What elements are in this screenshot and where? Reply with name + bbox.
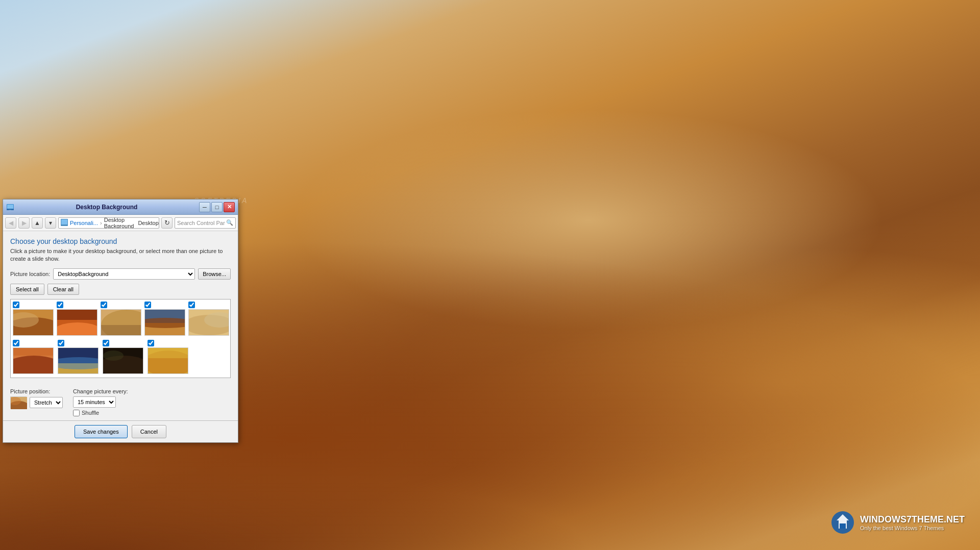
back-button[interactable]: ◀ bbox=[5, 217, 16, 229]
select-all-button[interactable]: Select all bbox=[10, 284, 44, 295]
refresh-button[interactable]: ↻ bbox=[161, 217, 173, 229]
title-bar: Desktop Background ─ □ ✕ bbox=[3, 199, 238, 215]
image-checkbox-6[interactable] bbox=[13, 340, 19, 346]
image-thumb-9[interactable] bbox=[148, 347, 188, 374]
svg-rect-3 bbox=[7, 205, 13, 209]
shuffle-label: Shuffle bbox=[82, 410, 99, 416]
image-checkbox-2[interactable] bbox=[57, 302, 63, 308]
breadcrumb-dropdown[interactable]: Desktop Background bbox=[136, 219, 159, 227]
image-checkbox-7[interactable] bbox=[58, 340, 64, 346]
save-changes-button[interactable]: Save changes bbox=[75, 425, 128, 438]
shuffle-row: Shuffle bbox=[73, 410, 128, 416]
image-thumb-4[interactable] bbox=[144, 309, 185, 336]
search-box: Search Control Panel 🔍 bbox=[175, 217, 236, 229]
close-button[interactable]: ✕ bbox=[224, 202, 235, 212]
desktop-background-dialog: Desktop Background ─ □ ✕ ◀ ▶ ▲ ▾ Persona… bbox=[3, 199, 238, 443]
image-cell-9 bbox=[148, 340, 189, 374]
svg-rect-7 bbox=[61, 219, 67, 224]
up-button[interactable]: ▲ bbox=[32, 217, 43, 229]
image-thumb-3[interactable] bbox=[101, 309, 141, 336]
select-clear-row: Select all Clear all bbox=[10, 284, 231, 295]
clear-all-button[interactable]: Clear all bbox=[47, 284, 79, 295]
minimize-button[interactable]: ─ bbox=[199, 202, 210, 212]
dialog-heading: Choose your desktop background bbox=[10, 237, 231, 245]
dialog-title: Desktop Background bbox=[17, 204, 196, 211]
bottom-controls: Picture position: Stretch Fill Fit Tile … bbox=[3, 384, 238, 420]
image-thumb-1[interactable] bbox=[13, 309, 54, 336]
svg-rect-34 bbox=[148, 348, 188, 358]
image-cell-1 bbox=[13, 302, 54, 336]
forward-button[interactable]: ▶ bbox=[18, 217, 30, 229]
image-checkbox-9[interactable] bbox=[148, 340, 154, 346]
dialog-content: Choose your desktop background Click a p… bbox=[3, 231, 238, 384]
breadcrumb-icon bbox=[61, 219, 68, 227]
cancel-button[interactable]: Cancel bbox=[132, 425, 166, 438]
image-thumb-7[interactable] bbox=[58, 347, 99, 374]
watermark-text-block: WINDOWS7THEME.NET Only the best Windows … bbox=[860, 514, 965, 531]
maximize-button[interactable]: □ bbox=[211, 202, 223, 212]
picture-position-select[interactable]: Stretch Fill Fit Tile Center bbox=[30, 397, 63, 408]
svg-point-28 bbox=[58, 357, 99, 369]
image-thumb-2[interactable] bbox=[57, 309, 97, 336]
svg-rect-25 bbox=[13, 348, 54, 356]
picture-location-label: Picture location: bbox=[10, 271, 50, 277]
image-cell-7 bbox=[58, 340, 100, 374]
image-checkbox-8[interactable] bbox=[103, 340, 109, 346]
position-block: Picture position: Stretch Fill Fit Tile … bbox=[10, 388, 63, 409]
svg-rect-1 bbox=[840, 523, 846, 529]
svg-point-19 bbox=[145, 318, 185, 328]
search-placeholder-text: Search Control Panel bbox=[177, 220, 225, 226]
image-row-2 bbox=[11, 338, 230, 376]
image-thumb-6[interactable] bbox=[13, 347, 54, 374]
watermark-subtitle: Only the best Windows 7 Themes bbox=[860, 525, 965, 531]
image-thumb-8[interactable] bbox=[103, 347, 143, 374]
dialog-footer: Save changes Cancel bbox=[3, 420, 238, 442]
picture-location-row: Picture location: DesktopBackground Brow… bbox=[10, 268, 231, 280]
image-checkbox-3[interactable] bbox=[101, 302, 107, 308]
svg-rect-12 bbox=[57, 310, 97, 320]
image-cell-2 bbox=[57, 302, 97, 336]
position-thumbnail bbox=[10, 396, 27, 409]
svg-rect-5 bbox=[9, 210, 11, 210]
change-picture-select[interactable]: 1 minute 10 minutes 15 minutes 30 minute… bbox=[73, 396, 116, 408]
picture-location-select[interactable]: DesktopBackground bbox=[53, 268, 195, 280]
dialog-icon bbox=[6, 203, 14, 211]
shuffle-checkbox[interactable] bbox=[73, 410, 80, 416]
watermark-title: WINDOWS7THEME.NET bbox=[860, 514, 965, 525]
image-cell-4 bbox=[144, 302, 185, 336]
svg-rect-16 bbox=[101, 325, 141, 336]
address-bar: ◀ ▶ ▲ ▾ Personali... › Desktop Backgroun… bbox=[3, 215, 238, 231]
dialog-description: Click a picture to make it your desktop … bbox=[10, 247, 231, 263]
recent-button[interactable]: ▾ bbox=[45, 217, 56, 229]
title-bar-buttons: ─ □ ✕ bbox=[199, 202, 235, 212]
image-row-1 bbox=[11, 299, 230, 338]
change-block: Change picture every: 1 minute 10 minute… bbox=[73, 388, 128, 416]
breadcrumb-current: Desktop Background bbox=[104, 217, 134, 229]
picture-position-label: Picture position: bbox=[10, 388, 63, 394]
image-thumb-5[interactable] bbox=[188, 309, 229, 336]
change-picture-label: Change picture every: bbox=[73, 388, 128, 394]
browse-button[interactable]: Browse... bbox=[198, 268, 231, 280]
svg-point-13 bbox=[57, 322, 97, 336]
image-checkbox-1[interactable] bbox=[13, 302, 19, 308]
image-grid[interactable] bbox=[11, 299, 230, 378]
position-row: Stretch Fill Fit Tile Center bbox=[10, 396, 63, 409]
image-checkbox-4[interactable] bbox=[144, 302, 151, 308]
image-grid-wrapper bbox=[10, 299, 231, 378]
breadcrumb-personalise[interactable]: Personali... bbox=[70, 220, 98, 226]
image-cell-6 bbox=[13, 340, 55, 374]
image-cell-5 bbox=[188, 302, 229, 336]
svg-point-24 bbox=[13, 356, 54, 374]
image-checkbox-5[interactable] bbox=[188, 302, 195, 308]
change-row: 1 minute 10 minutes 15 minutes 30 minute… bbox=[73, 396, 128, 408]
image-cell-8 bbox=[103, 340, 144, 374]
svg-point-31 bbox=[103, 351, 124, 361]
breadcrumb-separator-1: › bbox=[100, 220, 102, 226]
image-cell-3 bbox=[101, 302, 141, 336]
watermark-logo bbox=[830, 510, 855, 535]
watermark-box: WINDOWS7THEME.NET Only the best Windows … bbox=[830, 510, 965, 535]
breadcrumb-bar: Personali... › Desktop Background Deskto… bbox=[58, 217, 159, 229]
search-icon: 🔍 bbox=[226, 219, 233, 226]
